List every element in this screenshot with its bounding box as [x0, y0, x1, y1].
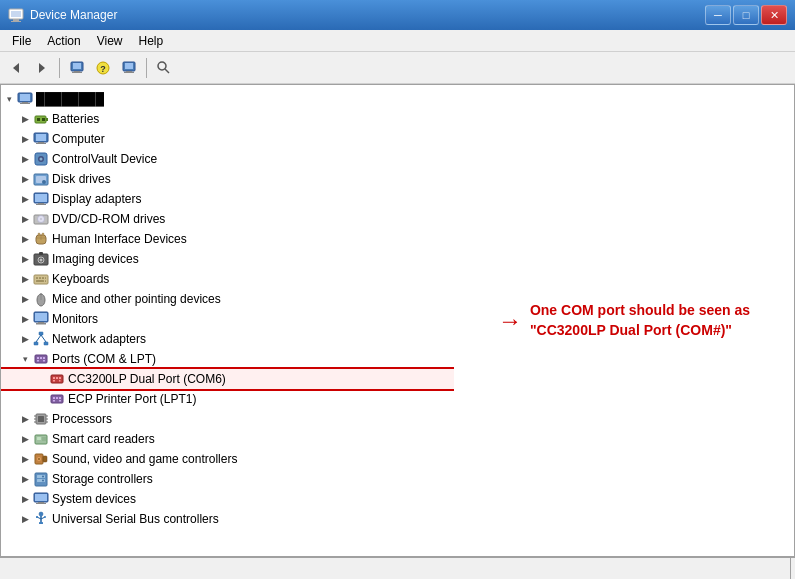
tree-item-system[interactable]: ▶ System devices: [1, 489, 454, 509]
window-controls: ─ □ ✕: [705, 5, 787, 25]
svg-rect-79: [56, 377, 58, 379]
svg-rect-72: [37, 357, 39, 359]
svg-rect-73: [40, 357, 42, 359]
batteries-icon: [33, 111, 49, 127]
tree-item-displayadapters[interactable]: ▶ Display adapters: [1, 189, 454, 209]
controlvault-label: ControlVault Device: [52, 152, 157, 166]
dvdcdrom-expand[interactable]: ▶: [17, 211, 33, 227]
tree-item-usb[interactable]: ▶ Universal Serial Bus controllers: [1, 509, 454, 529]
tree-item-mice[interactable]: ▶ Mice and other pointing devices: [1, 289, 454, 309]
annotation-box: → One COM port should be seen as"CC3200L…: [498, 301, 750, 340]
displayadapters-expand[interactable]: ▶: [17, 191, 33, 207]
annotation-text: One COM port should be seen as"CC3200LP …: [530, 301, 750, 340]
computer-expand[interactable]: ▶: [17, 131, 33, 147]
system-expand[interactable]: ▶: [17, 491, 33, 507]
svg-rect-7: [73, 63, 81, 69]
close-button[interactable]: ✕: [761, 5, 787, 25]
diskdrives-expand[interactable]: ▶: [17, 171, 33, 187]
tree-item-dvdcdrom[interactable]: ▶ DVD/CD-ROM drives: [1, 209, 454, 229]
tree-item-storage[interactable]: ▶ Storage controllers: [1, 469, 454, 489]
tree-item-imaging[interactable]: ▶ Imaging devices: [1, 249, 454, 269]
svg-rect-118: [36, 516, 38, 518]
ports-expand[interactable]: ▾: [17, 351, 33, 367]
svg-rect-52: [34, 275, 48, 284]
svg-rect-86: [59, 397, 61, 399]
smartcard-expand[interactable]: ▶: [17, 431, 33, 447]
dvdcdrom-icon: [33, 211, 49, 227]
properties-button[interactable]: [65, 56, 89, 80]
storage-expand[interactable]: ▶: [17, 471, 33, 487]
keyboards-expand[interactable]: ▶: [17, 271, 33, 287]
svg-rect-112: [38, 502, 44, 503]
controlvault-icon: [33, 151, 49, 167]
ecpprinter-icon: [49, 391, 65, 407]
window-title: Device Manager: [30, 8, 117, 22]
menu-view[interactable]: View: [89, 32, 131, 50]
tree-item-diskdrives[interactable]: ▶ Disk drives: [1, 169, 454, 189]
tree-item-processors[interactable]: ▶ Processors: [1, 409, 454, 429]
svg-point-104: [38, 458, 40, 460]
forward-icon: [35, 61, 49, 75]
tree-item-ecpprinter[interactable]: ▶ ECP Printer Port (LPT1): [1, 389, 454, 409]
batteries-expand[interactable]: ▶: [17, 111, 33, 127]
forward-button[interactable]: [30, 56, 54, 80]
toolbar-sep-1: [59, 58, 60, 78]
tree-item-ports[interactable]: ▾ Ports (COM & LPT): [1, 349, 454, 369]
root-expand[interactable]: ▾: [1, 91, 17, 107]
monitors-expand[interactable]: ▶: [17, 311, 33, 327]
svg-rect-113: [36, 503, 46, 504]
help-button[interactable]: ?: [91, 56, 115, 80]
tree-item-sound[interactable]: ▶ Sound, video and game controllers: [1, 449, 454, 469]
svg-rect-27: [36, 134, 46, 141]
svg-rect-102: [43, 456, 47, 462]
svg-rect-58: [45, 280, 46, 282]
tree-item-network[interactable]: ▶ Network adapters: [1, 329, 454, 349]
tree-view[interactable]: ▾ ████████ ▶: [1, 85, 454, 556]
tree-item-hid[interactable]: ▶ Human Interface Devices: [1, 229, 454, 249]
network-icon: [33, 331, 49, 347]
menu-file[interactable]: File: [4, 32, 39, 50]
maximize-button[interactable]: □: [733, 5, 759, 25]
svg-rect-65: [36, 323, 46, 325]
svg-point-109: [42, 480, 44, 482]
scan-button[interactable]: [152, 56, 176, 80]
minimize-button[interactable]: ─: [705, 5, 731, 25]
network-expand[interactable]: ▶: [17, 331, 33, 347]
system-label: System devices: [52, 492, 136, 506]
toolbar-sep-2: [146, 58, 147, 78]
status-panel: [4, 558, 791, 579]
tree-root[interactable]: ▾ ████████: [1, 89, 454, 109]
tree-item-cc3200lp[interactable]: ▶ CC3200LP Dual Port (COM6): [1, 369, 454, 389]
svg-rect-120: [39, 522, 43, 524]
tree-item-batteries[interactable]: ▶ Batteries: [1, 109, 454, 129]
monitors-label: Monitors: [52, 312, 98, 326]
tree-item-controlvault[interactable]: ▶ ControlVault Device: [1, 149, 454, 169]
tree-item-monitors[interactable]: ▶ Monitors: [1, 309, 454, 329]
keyboards-icon: [33, 271, 49, 287]
svg-point-108: [42, 476, 44, 478]
usb-expand[interactable]: ▶: [17, 511, 33, 527]
tree-item-keyboards[interactable]: ▶ Keyboards: [1, 269, 454, 289]
sound-expand[interactable]: ▶: [17, 451, 33, 467]
sound-icon: [33, 451, 49, 467]
svg-rect-20: [22, 102, 28, 103]
svg-rect-24: [37, 118, 40, 121]
processors-expand[interactable]: ▶: [17, 411, 33, 427]
svg-rect-45: [42, 233, 44, 236]
back-button[interactable]: [4, 56, 28, 80]
dvdcdrom-label: DVD/CD-ROM drives: [52, 212, 165, 226]
tree-item-smartcard[interactable]: ▶ Smart card readers: [1, 429, 454, 449]
controlvault-expand[interactable]: ▶: [17, 151, 33, 167]
menu-action[interactable]: Action: [39, 32, 88, 50]
hid-expand[interactable]: ▶: [17, 231, 33, 247]
menu-help[interactable]: Help: [131, 32, 172, 50]
update-button[interactable]: [117, 56, 141, 80]
imaging-expand[interactable]: ▶: [17, 251, 33, 267]
mice-label: Mice and other pointing devices: [52, 292, 221, 306]
mice-expand[interactable]: ▶: [17, 291, 33, 307]
computer-icon: [33, 131, 49, 147]
hid-icon: [33, 231, 49, 247]
ports-label: Ports (COM & LPT): [52, 352, 156, 366]
tree-item-computer[interactable]: ▶ Computer: [1, 129, 454, 149]
usb-icon: [33, 511, 49, 527]
